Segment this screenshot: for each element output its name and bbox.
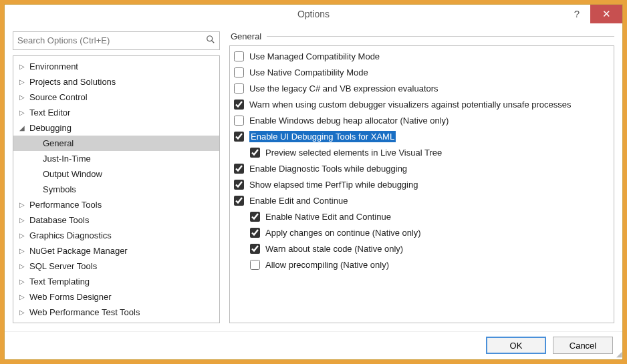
close-button[interactable]: ✕ xyxy=(590,5,622,23)
option-row: Use Managed Compatibility Mode xyxy=(230,49,614,65)
option-row: Enable Native Edit and Continue xyxy=(230,209,614,225)
chevron-right-icon[interactable]: ▷ xyxy=(17,278,27,285)
chevron-right-icon[interactable]: ▷ xyxy=(17,109,27,116)
option-checkbox[interactable] xyxy=(250,212,260,222)
tree-item-environment[interactable]: ▷Environment xyxy=(13,59,219,74)
options-dialog: Options ? ✕ ▷Environment▷Projects and So… xyxy=(4,4,623,360)
dialog-footer: OK Cancel xyxy=(5,331,622,359)
tree-item-source-control[interactable]: ▷Source Control xyxy=(13,89,219,105)
option-row: Enable UI Debugging Tools for XAML xyxy=(230,129,614,145)
option-label: Preview selected elements in Live Visual… xyxy=(265,148,442,158)
option-checkbox[interactable] xyxy=(250,148,260,158)
tree-item-label: Output Window xyxy=(40,169,102,179)
tree-item-label: General xyxy=(40,138,74,148)
tree-item-database-tools[interactable]: ▷Database Tools xyxy=(13,212,219,228)
chevron-right-icon[interactable]: ▷ xyxy=(17,309,27,316)
chevron-right-icon[interactable]: ▷ xyxy=(17,262,27,270)
tree-item-just-in-time[interactable]: Just-In-Time xyxy=(13,151,219,166)
search-input[interactable] xyxy=(17,35,206,45)
option-checkbox[interactable] xyxy=(234,196,244,206)
option-row: Apply changes on continue (Native only) xyxy=(230,225,614,241)
tree-item-web-performance-test-tools[interactable]: ▷Web Performance Test Tools xyxy=(13,305,219,320)
chevron-right-icon[interactable]: ▷ xyxy=(17,293,27,301)
option-checkbox[interactable] xyxy=(234,83,244,94)
chevron-right-icon[interactable]: ▷ xyxy=(17,216,27,224)
option-checkbox[interactable] xyxy=(234,116,244,126)
option-label: Enable Native Edit and Continue xyxy=(265,212,391,222)
ok-button[interactable]: OK xyxy=(486,337,546,354)
option-label: Use Managed Compatibility Mode xyxy=(249,51,380,61)
option-checkbox[interactable] xyxy=(234,180,244,190)
chevron-down-icon[interactable]: ◢ xyxy=(17,124,27,132)
option-checkbox[interactable] xyxy=(250,228,260,238)
option-row: Preview selected elements in Live Visual… xyxy=(230,145,614,161)
tree-item-debugging[interactable]: ◢Debugging xyxy=(13,120,219,136)
tree-item-label: SQL Server Tools xyxy=(27,261,97,271)
option-checkbox[interactable] xyxy=(234,67,244,77)
chevron-right-icon[interactable]: ▷ xyxy=(17,63,27,70)
option-row: Enable Windows debug heap allocator (Nat… xyxy=(230,113,614,129)
option-label: Enable Diagnostic Tools while debugging xyxy=(249,164,407,174)
option-checkbox[interactable] xyxy=(250,244,260,254)
tree-item-general[interactable]: General xyxy=(13,136,219,151)
option-row: Use the legacy C# and VB expression eval… xyxy=(230,81,614,97)
search-box[interactable] xyxy=(13,31,220,50)
option-label: Enable UI Debugging Tools for XAML xyxy=(249,131,396,142)
chevron-right-icon[interactable]: ▷ xyxy=(17,78,27,85)
option-row: Warn when using custom debugger visualiz… xyxy=(230,97,614,113)
chevron-right-icon[interactable]: ▷ xyxy=(17,232,27,239)
section-header: General xyxy=(229,31,614,41)
tree-item-text-editor[interactable]: ▷Text Editor xyxy=(13,105,219,120)
option-checkbox[interactable] xyxy=(234,51,244,61)
option-label: Warn when using custom debugger visualiz… xyxy=(249,100,572,110)
svg-line-1 xyxy=(212,41,215,43)
tree-item-label: Text Editor xyxy=(27,108,70,118)
option-row: Use Native Compatibility Mode xyxy=(230,65,614,81)
tree-item-projects-and-solutions[interactable]: ▷Projects and Solutions xyxy=(13,74,219,89)
option-row: Warn about stale code (Native only) xyxy=(230,241,614,257)
option-label: Use Native Compatibility Mode xyxy=(249,67,368,77)
tree-item-performance-tools[interactable]: ▷Performance Tools xyxy=(13,197,219,212)
option-label: Enable Edit and Continue xyxy=(249,196,348,206)
option-checkbox[interactable] xyxy=(234,164,244,174)
options-list[interactable]: Use Managed Compatibility ModeUse Native… xyxy=(230,46,614,323)
tree-item-label: Source Control xyxy=(27,92,88,102)
tree-item-label: Environment xyxy=(27,61,78,71)
tree-item-label: Graphics Diagnostics xyxy=(27,230,112,240)
option-checkbox[interactable] xyxy=(250,260,260,270)
option-label: Enable Windows debug heap allocator (Nat… xyxy=(249,116,449,126)
chevron-right-icon[interactable]: ▷ xyxy=(17,247,27,254)
option-checkbox[interactable] xyxy=(234,100,244,110)
option-label: Show elapsed time PerfTip while debuggin… xyxy=(249,180,418,190)
help-button[interactable]: ? xyxy=(563,5,590,23)
option-row: Show elapsed time PerfTip while debuggin… xyxy=(230,177,614,193)
tree-item-label: Text Templating xyxy=(27,277,90,287)
tree-item-label: NuGet Package Manager xyxy=(27,246,128,256)
tree-item-label: Debugging xyxy=(27,123,72,133)
section-title: General xyxy=(231,31,261,41)
chevron-right-icon[interactable]: ▷ xyxy=(17,201,27,208)
tree-item-graphics-diagnostics[interactable]: ▷Graphics Diagnostics xyxy=(13,228,219,243)
options-panel: Use Managed Compatibility ModeUse Native… xyxy=(229,45,614,323)
chevron-right-icon[interactable]: ▷ xyxy=(17,94,27,101)
tree-item-web-forms-designer[interactable]: ▷Web Forms Designer xyxy=(13,289,219,305)
tree-item-label: Performance Tools xyxy=(27,200,102,210)
option-label: Allow precompiling (Native only) xyxy=(265,260,389,270)
tree-item-label: Projects and Solutions xyxy=(27,77,116,87)
tree-item-output-window[interactable]: Output Window xyxy=(13,166,219,182)
option-label: Apply changes on continue (Native only) xyxy=(265,228,421,238)
option-row: Enable Edit and Continue xyxy=(230,193,614,209)
category-tree[interactable]: ▷Environment▷Projects and Solutions▷Sour… xyxy=(13,55,220,323)
tree-item-sql-server-tools[interactable]: ▷SQL Server Tools xyxy=(13,258,219,274)
option-label: Warn about stale code (Native only) xyxy=(265,244,403,254)
option-label: Use the legacy C# and VB expression eval… xyxy=(249,83,438,94)
tree-item-label: Web Forms Designer xyxy=(27,292,112,302)
tree-item-text-templating[interactable]: ▷Text Templating xyxy=(13,274,219,289)
cancel-button[interactable]: Cancel xyxy=(553,337,613,354)
option-checkbox[interactable] xyxy=(234,132,244,142)
tree-item-nuget-package-manager[interactable]: ▷NuGet Package Manager xyxy=(13,243,219,258)
tree-item-label: Just-In-Time xyxy=(40,154,91,164)
tree-item-symbols[interactable]: Symbols xyxy=(13,182,219,197)
svg-point-0 xyxy=(207,36,213,41)
tree-item-label: Web Performance Test Tools xyxy=(27,307,140,317)
